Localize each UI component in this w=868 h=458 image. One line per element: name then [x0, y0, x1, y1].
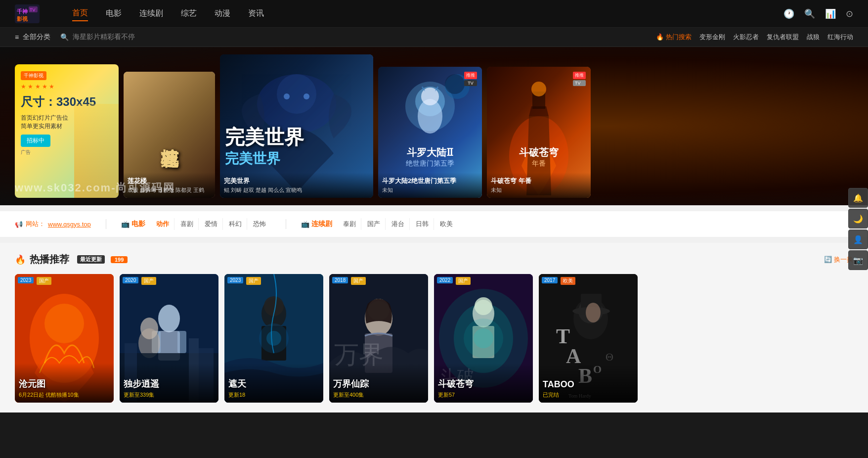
ad-badge: 千神影视: [21, 71, 46, 80]
filter-action[interactable]: 动作: [151, 218, 174, 230]
svg-text:TV: TV: [30, 7, 36, 12]
nav-series[interactable]: 连续剧: [139, 6, 163, 21]
tag-region-6: 欧美: [561, 277, 575, 285]
header-icons: 🕐 🔍 📊 ⊙: [783, 8, 853, 19]
movie-ep-3: 更新18: [228, 391, 319, 399]
site-url[interactable]: www.qsgys.top: [48, 221, 91, 228]
svg-point-14: [445, 74, 465, 94]
movie-card-wanjie[interactable]: 万界 万界仙踪 更新至400集 2018 国产: [329, 274, 428, 403]
movie-overlay-1: 沧元图 6月22日起 优酷独播10集: [15, 363, 114, 403]
filter-jpkr[interactable]: 日韩: [411, 218, 434, 230]
tag-year-3: 2023: [227, 277, 243, 283]
tag-region-3: 国产: [246, 277, 261, 285]
filter-hktw[interactable]: 港台: [387, 218, 410, 230]
sidebar-photo-button[interactable]: 📷: [848, 250, 868, 270]
doupo-card-info: 斗破苍穹 年番 未知: [487, 173, 591, 198]
movie-title-6: TABOO: [543, 379, 634, 390]
sidebar-float: 🔔 🌙 👤 📷: [848, 188, 868, 270]
hot-tag-1[interactable]: 变形金刚: [699, 33, 725, 42]
svg-point-6: [277, 74, 316, 114]
movie-ep-6: 已完结: [543, 391, 634, 399]
filter-western[interactable]: 欧美: [435, 218, 458, 230]
hot-section: 🔥 热播推荐 最近更新 199 🔄 换一换: [0, 243, 868, 412]
sub-header: ≡ 全部分类 🔍 海星影片精彩看不停 🔥 热门搜索 变形金刚 火影忍者 复仇者联…: [0, 28, 868, 47]
search-placeholder: 海星影片精彩看不停: [73, 33, 135, 42]
tag-region-2: 国产: [141, 277, 156, 285]
ad-cta-button[interactable]: 招标中: [21, 135, 50, 147]
stats-icon[interactable]: 📊: [825, 8, 836, 19]
nav-variety[interactable]: 综艺: [181, 6, 197, 21]
filters-bar: 📢 网站： www.qsgys.top 📺 电影 动作 喜剧 爱情 科幻 恐怖 …: [0, 211, 868, 237]
history-icon[interactable]: 🕐: [783, 8, 794, 19]
movie-ep-2: 更新至339集: [124, 391, 215, 399]
svg-point-7: [284, 93, 290, 99]
movie-img-5: 斗破 斗破苍穹 更新57 2022 国产: [434, 274, 533, 403]
movie-img-2: 独步逍遥 更新至339集 2020 国产: [120, 274, 218, 403]
nav-anime[interactable]: 动漫: [215, 6, 230, 21]
filter-chinese[interactable]: 国产: [362, 218, 386, 230]
movie-card-taboo[interactable]: T A B O Θ Tom Hardy TABOO 已完结 2017 欧美: [539, 274, 638, 403]
nav-movies[interactable]: 电影: [106, 6, 122, 21]
douluo-title: 斗罗大陆2绝世唐门第五季: [382, 177, 478, 185]
drama-filter-section: 📺 连续剧 泰剧 国产 港台 日韩 欧美: [301, 218, 458, 230]
logo[interactable]: 千神 影视 TV: [15, 4, 43, 24]
fire-icon: 🔥: [15, 254, 26, 265]
filter-comedy[interactable]: 喜剧: [175, 218, 199, 230]
doupo-title: 斗破苍穹 年番: [491, 177, 587, 185]
hero-card-douluo[interactable]: 推推 TV 斗罗大陆Ⅱ 绝世唐门第五季 斗罗大陆2绝世唐门第五季 未知: [378, 67, 482, 198]
filter-scifi[interactable]: 科幻: [224, 218, 247, 230]
movie-filter-section: 📺 电影 动作 喜剧 爱情 科幻 恐怖: [121, 218, 271, 230]
tag-year-6: 2017: [542, 277, 558, 283]
movie-img-3: 遮天 更新18 2023 国产: [224, 274, 323, 403]
hot-tag-2[interactable]: 火影忍者: [733, 33, 759, 42]
tag-year-4: 2018: [332, 277, 348, 283]
count-badge: 199: [111, 256, 128, 263]
filter-romance[interactable]: 爱情: [200, 218, 223, 230]
filter-horror[interactable]: 恐怖: [248, 218, 271, 230]
sidebar-bell-button[interactable]: 🔔: [848, 188, 868, 208]
nav-home[interactable]: 首页: [72, 6, 88, 21]
hero-card-doupo[interactable]: 推推 TV 斗破苍穹 年番 斗破苍穹 年番 未知: [487, 67, 591, 198]
movie-overlay-3: 遮天 更新18: [224, 363, 323, 403]
pw-text-area: 完美世界 完美世界: [225, 128, 368, 168]
svg-point-22: [158, 305, 180, 332]
svg-point-17: [531, 82, 546, 96]
svg-point-8: [304, 93, 309, 99]
filter-thai[interactable]: 泰剧: [338, 218, 361, 230]
hot-tag-3[interactable]: 复仇者联盟: [767, 33, 799, 42]
section-header: 🔥 热播推荐 最近更新 199 🔄 换一换: [15, 253, 853, 266]
pw-title: 完美世界: [224, 177, 369, 185]
tag-year-5: 2022: [437, 277, 453, 283]
search-icon[interactable]: 🔍: [804, 8, 815, 19]
menu-icon: ≡: [15, 33, 19, 41]
lotus-title-art: 蓮花樓: [159, 95, 180, 175]
hero-ad-card[interactable]: 千神影视 ★ ★ ★ ★ ★ 尺寸：330x45 首页幻灯片广告位 简单更实用素…: [15, 64, 119, 198]
hero-card-perfect-world[interactable]: 完美世界 完美世界 完美世界 鲲 刘畴 赵双 楚越 闻么么 宣晓鸣: [220, 54, 373, 198]
movie-label-text: 电影: [131, 220, 145, 229]
movie-card-cangyuantu[interactable]: 沧元图 6月22日起 优酷独播10集 2023 国产: [15, 274, 114, 403]
movie-title-3: 遮天: [228, 378, 319, 390]
hot-tag-4[interactable]: 战狼: [807, 33, 820, 42]
logo-icon: 千神 影视 TV: [15, 4, 40, 24]
search-box[interactable]: 🔍 海星影片精彩看不停: [60, 33, 656, 42]
divider-2: [0, 237, 868, 243]
hot-tag-5[interactable]: 红海行动: [827, 33, 853, 42]
hero-card-lotus[interactable]: 蓮花樓 莲花楼 成毅 曾舜晞 肖顺尧 陈都灵 王鹤: [124, 72, 215, 198]
svg-point-50: [474, 328, 493, 348]
tag-region-1: 国产: [37, 277, 51, 285]
all-categories[interactable]: ≡ 全部分类: [15, 33, 50, 42]
movie-card-doupo2[interactable]: 斗破 斗破苍穹 更新57 2022 国产: [434, 274, 533, 403]
svg-point-12: [421, 88, 439, 105]
settings-icon[interactable]: ⊙: [846, 8, 853, 19]
movie-img-1: 沧元图 6月22日起 优酷独播10集 2023 国产: [15, 274, 114, 403]
sidebar-night-button[interactable]: 🌙: [848, 209, 868, 229]
nav-news[interactable]: 资讯: [248, 6, 264, 21]
filter-divider-1: [106, 219, 106, 229]
movie-card-dubu[interactable]: 独步逍遥 更新至339集 2020 国产: [120, 274, 218, 403]
sidebar-user-button[interactable]: 👤: [848, 229, 868, 249]
movie-overlay-2: 独步逍遥 更新至339集: [120, 363, 218, 403]
doupo-badge: 推推 TV: [573, 72, 586, 86]
hero-banner: www.sk032.com-尚可源码网 千神影视 ★ ★ ★ ★ ★ 尺寸：33…: [0, 47, 868, 205]
movie-card-zhetian[interactable]: 遮天 更新18 2023 国产: [224, 274, 323, 403]
tag-year-1: 2023: [18, 277, 34, 283]
